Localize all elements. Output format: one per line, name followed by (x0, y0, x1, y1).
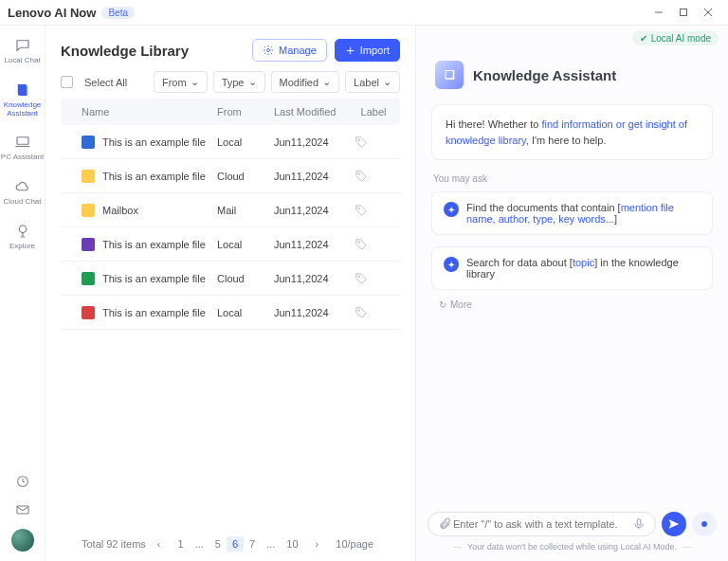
svg-rect-7 (17, 506, 28, 514)
page-title: Knowledge Library (61, 43, 245, 59)
svg-rect-1 (681, 9, 687, 16)
tag-icon[interactable] (355, 170, 368, 183)
table-row[interactable]: This is an example fileLocalJun11,2024 (61, 125, 400, 159)
table-row[interactable]: This is an example fileCloudJun11,2024 (61, 159, 400, 193)
filter-from[interactable]: From⌄ (154, 71, 208, 93)
tag-icon[interactable] (355, 238, 368, 251)
app-brand: Lenovo AI Now (8, 6, 96, 20)
tag-icon[interactable] (355, 306, 368, 319)
svg-point-12 (358, 241, 360, 243)
table-row[interactable]: This is an example fileLocalJun11,2024 (61, 227, 400, 262)
svg-point-10 (358, 172, 360, 174)
refresh-icon: ↻ (439, 299, 446, 310)
sidebar-item-pc-assistant[interactable]: PC Assistant (0, 130, 45, 165)
ai-mode-chip[interactable]: ✔ Local AI mode (632, 31, 719, 45)
svg-point-5 (19, 226, 27, 233)
pagination-page[interactable]: 10 (281, 536, 303, 552)
sidebar-item-local-chat[interactable]: Local Chat (0, 33, 45, 68)
file-name: Mailbox (102, 205, 138, 216)
file-from: Local (217, 136, 274, 148)
assistant-fab[interactable] (692, 512, 717, 536)
import-label: Import (360, 45, 390, 56)
sidebar-item-explore[interactable]: Explore (0, 219, 45, 254)
column-name-header: Name (68, 106, 217, 118)
table-header: Name From Last Modified Label (61, 99, 400, 125)
sidebar-item-knowledge-assistant[interactable]: Knowledge Assistant (0, 78, 45, 121)
filter-type[interactable]: Type⌄ (213, 71, 265, 93)
svg-point-8 (267, 49, 270, 52)
file-modified: Jun11,2024 (274, 171, 355, 182)
send-button[interactable] (662, 512, 686, 536)
file-name: This is an example file (102, 136, 206, 148)
pagination-next[interactable]: › (310, 536, 325, 552)
suggestion-1[interactable]: ✦ Find the documents that contain [menti… (431, 191, 713, 235)
pagination-page[interactable]: 5 (209, 536, 227, 552)
file-one-icon (82, 238, 95, 251)
file-pdf-icon (82, 306, 95, 319)
window-maximize-button[interactable] (671, 2, 696, 23)
svg-point-9 (358, 138, 360, 140)
select-all-checkbox[interactable] (61, 76, 73, 88)
sidebar-item-label: Cloud Chat (3, 198, 41, 207)
ai-mode-label: Local AI mode (651, 33, 711, 44)
file-from: Mail (217, 205, 274, 216)
chat-input[interactable] (453, 518, 630, 530)
pagination-page: ... (261, 536, 281, 552)
assistant-logo: ❏ (435, 61, 464, 89)
window-close-button[interactable] (696, 2, 720, 23)
file-name: This is an example file (102, 239, 206, 250)
file-modified: Jun11,2024 (274, 205, 355, 216)
pagination-page[interactable]: 1 (173, 536, 190, 552)
beta-badge: Beta (101, 7, 135, 19)
filter-label[interactable]: Label⌄ (345, 71, 400, 93)
tag-icon[interactable] (355, 272, 368, 285)
chat-input-box (428, 512, 656, 536)
sidebar-item-cloud-chat[interactable]: Cloud Chat (0, 174, 45, 209)
import-button[interactable]: Import (335, 39, 400, 62)
chevron-down-icon: ⌄ (322, 76, 331, 88)
file-word-icon (82, 136, 95, 149)
svg-point-16 (701, 521, 707, 527)
titlebar: Lenovo AI Now Beta (0, 0, 728, 25)
mic-button[interactable] (630, 517, 647, 531)
table-row[interactable]: This is an example fileLocalJun11,2024 (61, 296, 400, 330)
svg-rect-15 (637, 519, 641, 525)
column-from-header: From (217, 106, 274, 118)
file-from: Cloud (217, 171, 274, 182)
chat-icon (13, 36, 32, 55)
pagination-page: ... (190, 536, 209, 552)
pagination-page[interactable]: 7 (244, 536, 261, 552)
tag-icon[interactable] (355, 136, 368, 149)
suggestion-icon: ✦ (444, 257, 459, 272)
table-row[interactable]: MailboxMailJun11,2024 (61, 193, 400, 227)
window-minimize-button[interactable] (646, 2, 671, 23)
table-row[interactable]: This is an example fileCloudJun11,2024 (61, 262, 400, 296)
pagination-total: Total 92 items (82, 538, 146, 550)
file-name: This is an example file (102, 307, 206, 318)
manage-button[interactable]: Manage (252, 39, 327, 62)
file-modified: Jun11,2024 (274, 273, 355, 284)
file-from: Local (217, 307, 274, 318)
main-content: Knowledge Library Manage Import Select A… (46, 26, 415, 561)
history-button[interactable] (0, 472, 45, 491)
file-name: This is an example file (102, 273, 206, 284)
attach-button[interactable] (436, 517, 453, 531)
file-modified: Jun11,2024 (274, 136, 355, 148)
pagination-page[interactable]: 6 (227, 536, 244, 552)
column-label-header: Label (355, 106, 392, 118)
tag-icon[interactable] (355, 204, 368, 217)
mail-button[interactable] (0, 500, 45, 519)
balloon-icon (13, 222, 32, 241)
svg-rect-4 (17, 137, 28, 145)
suggestion-2[interactable]: ✦ Search for data about [topic] in the k… (431, 246, 713, 290)
svg-point-13 (358, 275, 360, 277)
pagination-prev[interactable]: ‹ (152, 536, 167, 552)
clock-icon (13, 472, 32, 491)
shield-icon: ✔ (640, 33, 647, 44)
user-avatar[interactable] (11, 529, 34, 552)
filter-modified[interactable]: Modified⌄ (271, 71, 340, 93)
more-suggestions[interactable]: ↻ More (416, 296, 728, 314)
file-folder-icon (82, 170, 95, 183)
pagination-per-page[interactable]: 10/page (330, 536, 379, 552)
file-excel-icon (82, 272, 95, 285)
